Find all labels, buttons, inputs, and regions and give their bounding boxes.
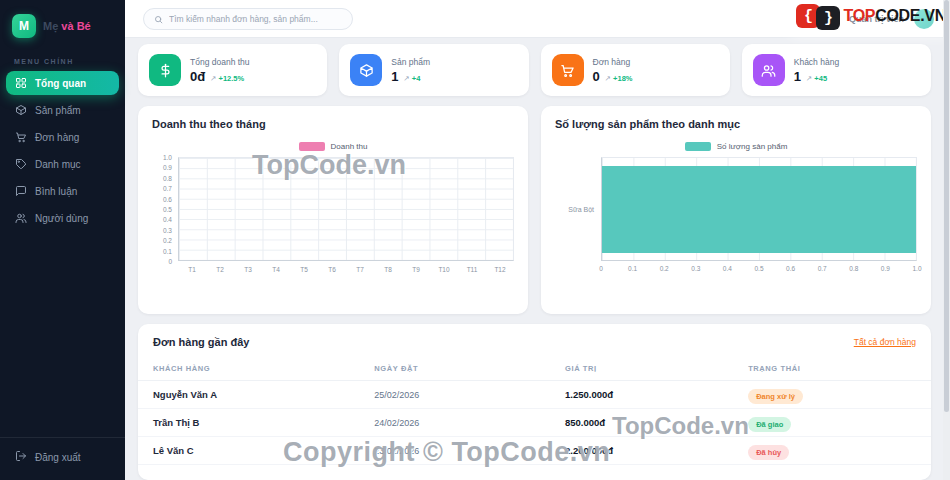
tag-icon <box>15 158 27 170</box>
users-icon <box>15 212 27 224</box>
revenue-chart-legend: Doanh thu <box>152 142 514 151</box>
trend-up-icon: ↗ <box>806 74 812 83</box>
recent-orders-card: Đơn hàng gần đây Tất cả đơn hàng KHÁCH H… <box>138 324 931 480</box>
user-role-label: Quản trị viên <box>849 14 904 24</box>
sidebar-item-3[interactable]: Danh mục <box>6 152 119 176</box>
stat-label: Đơn hàng <box>593 57 633 67</box>
stat-label: Tổng doanh thu <box>190 57 250 67</box>
revenue-chart-card: Doanh thu theo tháng Doanh thu 1.00.90.8… <box>138 106 528 314</box>
order-value: 850.000đ <box>565 417 748 428</box>
category-chart-card: Số lượng sản phẩm theo danh mục Số lượng… <box>541 106 931 314</box>
stat-value: 0đ <box>190 69 205 84</box>
sidebar-footer: Đăng xuất <box>0 437 125 480</box>
x-tick-label: T7 <box>346 266 374 273</box>
cart-icon <box>15 131 27 143</box>
header-right-cluster: Quản trị viên <box>827 9 936 29</box>
x-tick-label: T5 <box>290 266 318 273</box>
x-tick-label: T2 <box>206 266 234 273</box>
sidebar-item-0[interactable]: Tổng quan <box>6 71 119 95</box>
order-customer: Trần Thị B <box>153 417 374 428</box>
brand-name-part2: và Bé <box>61 20 90 32</box>
revenue-chart-x-axis: T1T2T3T4T5T6T7T8T9T10T11T12 <box>178 261 514 277</box>
x-tick-label: 0.4 <box>723 265 732 272</box>
category-chart-title: Số lượng sản phẩm theo danh mục <box>555 118 917 130</box>
orders-table-body: Nguyễn Văn A25/02/20261.250.000đĐang xử … <box>138 381 931 465</box>
chat-icon <box>15 185 27 197</box>
order-row-0[interactable]: Nguyễn Văn A25/02/20261.250.000đĐang xử … <box>138 381 931 409</box>
stat-card-0: Tổng doanh thu0đ↗ +12.5% <box>138 44 327 96</box>
page-scrollbar[interactable] <box>943 0 950 480</box>
all-orders-link[interactable]: Tất cả đơn hàng <box>854 337 916 347</box>
status-badge: Đã hủy <box>748 445 789 460</box>
users-icon <box>753 54 785 86</box>
stat-trend: ↗ +18% <box>605 74 633 83</box>
user-avatar[interactable] <box>914 9 934 29</box>
logout-label: Đăng xuất <box>35 452 81 463</box>
orders-card-header: Đơn hàng gần đây Tất cả đơn hàng <box>138 324 931 357</box>
revenue-chart-plot <box>178 157 514 261</box>
sidebar-item-2[interactable]: Đơn hàng <box>6 125 119 149</box>
sidebar: M Mẹ và Bé MENU CHÍNH Tổng quanSản phẩmĐ… <box>0 0 125 480</box>
search-input[interactable] <box>169 14 342 24</box>
order-value: 2.200.000đ <box>565 445 748 456</box>
category-chart-plot-row: Sữa Bột <box>555 157 917 261</box>
order-date: 23/02/2026 <box>374 446 565 456</box>
sidebar-item-label: Danh mục <box>35 159 81 170</box>
order-date: 24/02/2026 <box>374 418 565 428</box>
trend-up-icon: ↗ <box>605 74 611 83</box>
order-date: 25/02/2026 <box>374 390 565 400</box>
revenue-chart-plot-row: 1.00.90.80.70.60.50.40.30.20.10 <box>152 157 514 261</box>
y-tick-label: 0.9 <box>163 164 172 171</box>
order-customer: Nguyễn Văn A <box>153 389 374 400</box>
sidebar-item-1[interactable]: Sản phẩm <box>6 98 119 122</box>
orders-table-header: KHÁCH HÀNGNGÀY ĐẶTGIÁ TRỊTRẠNG THÁI <box>138 357 931 381</box>
sidebar-item-4[interactable]: Bình luận <box>6 179 119 203</box>
search-box[interactable] <box>143 8 353 30</box>
orders-column-header: GIÁ TRỊ <box>565 364 748 373</box>
y-tick-label: 0.7 <box>163 185 172 192</box>
x-tick-label: 0.3 <box>691 265 700 272</box>
sidebar-item-label: Tổng quan <box>35 78 86 89</box>
sidebar-menu: Tổng quanSản phẩmĐơn hàngDanh mụcBình lu… <box>0 71 125 230</box>
stat-value: 1 <box>391 69 398 84</box>
revenue-chart-y-axis: 1.00.90.80.70.60.50.40.30.20.10 <box>152 157 178 261</box>
brand: M Mẹ và Bé <box>0 0 125 48</box>
x-tick-label: T3 <box>234 266 262 273</box>
legend-swatch <box>685 142 711 151</box>
stat-card-1: Sản phẩm1↗ +4 <box>339 44 528 96</box>
order-value: 1.250.000đ <box>565 389 748 400</box>
logout-button[interactable]: Đăng xuất <box>15 450 110 464</box>
y-tick-label: 0.5 <box>163 206 172 213</box>
stat-trend: ↗ +12.5% <box>210 74 244 83</box>
status-badge: Đang xử lý <box>748 389 803 404</box>
x-tick-label: 0.8 <box>849 265 858 272</box>
x-tick-label: T12 <box>486 266 514 273</box>
orders-title: Đơn hàng gần đây <box>153 336 249 348</box>
search-icon <box>154 10 163 28</box>
y-tick-label: 0.2 <box>163 237 172 244</box>
x-tick-label: 0 <box>599 265 603 272</box>
grid-icon <box>15 77 27 89</box>
status-badge: Đã giao <box>748 417 791 432</box>
x-tick-label: T9 <box>402 266 430 273</box>
order-row-1[interactable]: Trần Thị B24/02/2026850.000đĐã giao <box>138 409 931 437</box>
stat-label: Khách hàng <box>794 57 839 67</box>
y-tick-label: 0.8 <box>163 174 172 181</box>
stat-value: 0 <box>593 69 600 84</box>
trend-up-icon: ↗ <box>210 74 216 83</box>
x-tick-label: T11 <box>458 266 486 273</box>
order-status-cell: Đang xử lý <box>748 385 916 404</box>
x-tick-label: 0.6 <box>786 265 795 272</box>
legend-label: Số lượng sản phẩm <box>717 142 788 151</box>
sidebar-item-5[interactable]: Người dùng <box>6 206 119 230</box>
scrollbar-thumb[interactable] <box>944 0 949 412</box>
top-header: Quản trị viên <box>125 0 950 38</box>
notifications-bell-icon[interactable] <box>827 13 839 25</box>
stat-card-3: Khách hàng1↗ +45 <box>742 44 931 96</box>
stats-row: Tổng doanh thu0đ↗ +12.5%Sản phẩm1↗ +4Đơn… <box>138 44 931 96</box>
stat-card-2: Đơn hàng0↗ +18% <box>541 44 730 96</box>
x-tick-label: T4 <box>262 266 290 273</box>
cart-icon <box>552 54 584 86</box>
sidebar-item-label: Bình luận <box>35 186 77 197</box>
order-row-2[interactable]: Lê Văn C23/02/20262.200.000đĐã hủy <box>138 437 931 465</box>
